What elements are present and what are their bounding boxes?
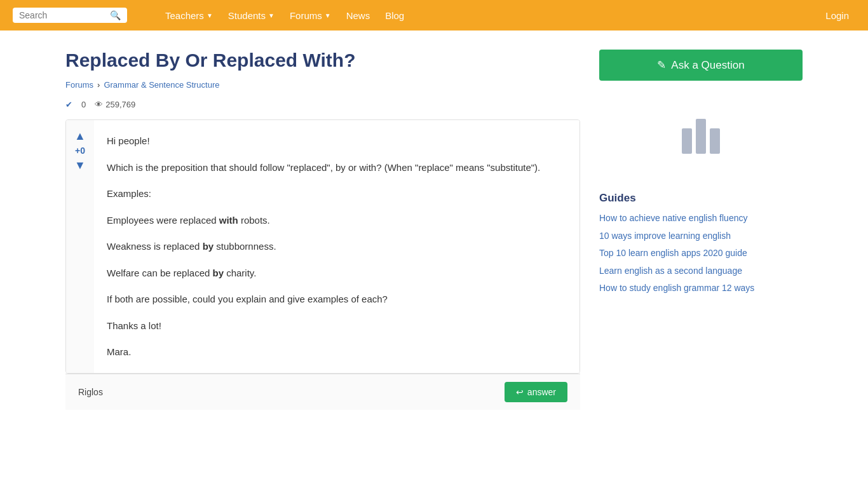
guide-item-5: How to study english grammar 12 ways [599,282,803,295]
guides-title: Guides [599,192,803,205]
breadcrumb-category[interactable]: Grammar & Sentence Structure [104,80,219,90]
page-title: Replaced By Or Replaced With? [65,50,580,71]
ask-icon: ✎ [657,58,666,72]
loading-bar-1 [682,128,692,154]
post-wrapper: ▲ +0 ▼ Hi people! Which is the prepositi… [65,119,580,374]
navbar: 🔍 Teachers ▼ Students ▼ Forums ▼ News Bl… [0,0,868,30]
post-closing: If both are possible, could you explain … [107,291,567,308]
nav-forums[interactable]: Forums ▼ [283,6,337,25]
post-question: Which is the preposition that should fol… [107,159,567,176]
guide-link-4[interactable]: Learn english as a second language [599,266,742,276]
eye-icon: 👁 [95,100,103,109]
example2-bold: by [203,241,214,252]
students-dropdown-arrow: ▼ [268,12,275,19]
post-body: Hi people! Which is the preposition that… [100,120,580,373]
search-input[interactable] [19,10,106,20]
post-greeting: Hi people! [107,133,567,149]
guide-link-3[interactable]: Top 10 learn english apps 2020 guide [599,248,747,258]
post-example3: Welfare can be replaced by charity. [107,265,567,281]
main-content: Replaced By Or Replaced With? Forums › G… [65,50,580,410]
answer-reply-icon: ↩ [516,387,524,397]
breadcrumb: Forums › Grammar & Sentence Structure [65,80,580,90]
post-examples-label: Examples: [107,186,567,202]
vote-count-display: 0 [81,100,86,109]
nav-students[interactable]: Students ▼ [222,6,281,25]
guide-item-2: 10 ways improve learning english [599,230,803,243]
forums-dropdown-arrow: ▼ [325,12,331,19]
guide-link-5[interactable]: How to study english grammar 12 ways [599,283,754,293]
breadcrumb-forums[interactable]: Forums [65,80,93,90]
example1-bold: with [219,215,238,226]
vote-column: ▲ +0 ▼ [66,120,94,373]
ask-btn-label: Ask a Question [671,59,744,72]
nav-links: Teachers ▼ Students ▼ Forums ▼ News Blog [159,6,806,25]
vote-down-button[interactable]: ▼ [73,158,87,172]
answer-btn-label: answer [527,387,556,397]
post-thanks: Thanks a lot! [107,318,567,334]
sidebar: ✎ Ask a Question Guides How to achieve n… [599,50,803,410]
guides-section: Guides How to achieve native english flu… [599,192,803,295]
nav-news[interactable]: News [340,6,377,25]
example3-bold: by [213,268,224,278]
answer-row: Riglos ↩ answer [65,374,580,410]
nav-blog[interactable]: Blog [379,6,410,25]
stats-row: ✔ 0 👁 259,769 [65,100,580,109]
loading-bar-2 [696,119,706,154]
answer-button[interactable]: ↩ answer [505,382,567,402]
post-sign: Mara. [107,344,567,360]
page-container: Replaced By Or Replaced With? Forums › G… [53,30,815,423]
ad-placeholder [599,93,803,179]
post-text: Hi people! Which is the preposition that… [107,133,567,360]
post-example2: Weakness is replaced by stubbornness. [107,238,567,255]
nav-teachers[interactable]: Teachers ▼ [159,6,219,25]
search-box[interactable]: 🔍 [13,8,127,23]
vote-up-button[interactable]: ▲ [73,129,87,143]
vote-score: +0 [75,146,85,156]
post-example1: Employees were replaced with robots. [107,212,567,229]
guide-item-4: Learn english as a second language [599,265,803,278]
guide-link-2[interactable]: 10 ways improve learning english [599,231,731,241]
search-icon: 🔍 [110,10,121,20]
views-count: 👁 259,769 [95,100,135,109]
login-button[interactable]: Login [819,6,855,25]
guide-link-1[interactable]: How to achieve native english fluency [599,213,747,223]
answerer-name: Riglos [78,387,103,397]
teachers-dropdown-arrow: ▼ [207,12,213,19]
check-icon: ✔ [65,100,72,109]
guides-list: How to achieve native english fluency 10… [599,212,803,295]
guide-item-3: Top 10 learn english apps 2020 guide [599,247,803,260]
ask-question-button[interactable]: ✎ Ask a Question [599,50,803,81]
loading-bar-3 [710,128,720,154]
guide-item-1: How to achieve native english fluency [599,212,803,225]
breadcrumb-separator: › [97,80,100,90]
